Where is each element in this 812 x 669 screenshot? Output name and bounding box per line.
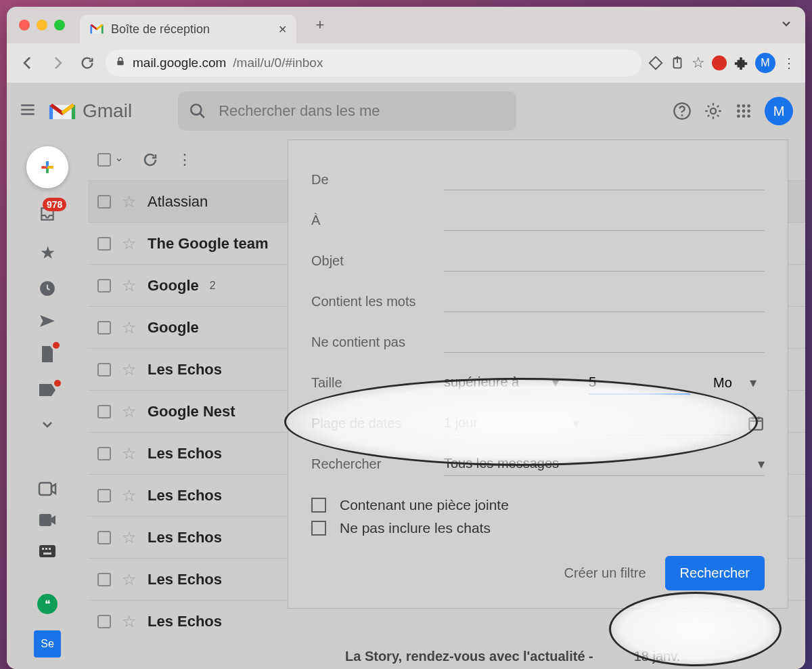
new-tab-button[interactable]: + — [310, 15, 330, 35]
size-unit-select[interactable]: Mo▾ — [713, 374, 757, 391]
share-icon[interactable] — [670, 56, 685, 70]
row-checkbox[interactable] — [97, 531, 111, 544]
size-operator-select[interactable]: supérieure à▾ — [444, 370, 559, 395]
close-window-icon[interactable] — [19, 20, 30, 30]
has-words-input[interactable] — [444, 290, 765, 312]
gmail-favicon — [89, 22, 104, 37]
drafts-icon[interactable] — [39, 345, 55, 366]
starred-icon[interactable]: ★ — [40, 242, 55, 263]
svg-point-4 — [681, 114, 683, 116]
se-button[interactable]: Se — [34, 630, 61, 657]
meet-video-icon[interactable] — [38, 513, 57, 527]
keyboard-icon[interactable] — [38, 544, 57, 559]
apps-icon[interactable] — [735, 102, 752, 120]
star-icon[interactable]: ☆ — [122, 444, 137, 463]
from-input[interactable] — [444, 169, 765, 190]
row-checkbox[interactable] — [97, 615, 111, 628]
star-icon[interactable]: ☆ — [122, 570, 137, 589]
row-checkbox[interactable] — [97, 195, 111, 209]
settings-icon[interactable] — [704, 102, 723, 121]
browser-menu-icon[interactable]: ⋮ — [782, 55, 796, 71]
url-bar[interactable]: mail.google.com/mail/u/0/#inbox — [106, 49, 641, 77]
star-icon[interactable]: ☆ — [122, 318, 137, 337]
bookmark-icon[interactable]: ☆ — [692, 54, 705, 72]
row-checkbox[interactable] — [97, 237, 111, 251]
to-input[interactable] — [444, 209, 765, 231]
minimize-window-icon[interactable] — [37, 20, 47, 30]
search-bar[interactable] — [178, 91, 516, 131]
meet-icon[interactable] — [38, 481, 57, 496]
browser-tab[interactable]: Boîte de réception ✕ — [80, 15, 296, 43]
browser-window: Boîte de réception ✕ + mail.google.com/m… — [7, 7, 805, 669]
date-value-input[interactable] — [606, 411, 731, 435]
account-avatar[interactable]: M — [765, 97, 793, 125]
gmail-logo[interactable]: Gmail — [49, 100, 132, 122]
labels-icon[interactable] — [38, 383, 57, 400]
calendar-icon[interactable] — [747, 414, 765, 432]
row-checkbox[interactable] — [97, 489, 111, 502]
star-icon[interactable]: ☆ — [122, 486, 137, 505]
search-button[interactable]: Rechercher — [665, 556, 765, 590]
main-menu-icon[interactable] — [19, 101, 37, 121]
search-input[interactable] — [219, 102, 505, 120]
row-checkbox[interactable] — [97, 279, 111, 293]
zoom-window-icon[interactable] — [54, 20, 65, 30]
row-checkbox[interactable] — [97, 321, 111, 334]
search-icon — [189, 102, 206, 120]
row-checkbox[interactable] — [97, 405, 111, 418]
row-checkbox[interactable] — [97, 573, 111, 586]
create-filter-link[interactable]: Créer un filtre — [564, 565, 646, 581]
chevron-down-icon — [115, 156, 123, 164]
compose-button[interactable] — [26, 146, 68, 188]
exclude-chats-checkbox[interactable] — [311, 521, 326, 536]
svg-point-5 — [710, 108, 716, 114]
peek-subject: La Story, rendez-vous avec l'actualité - — [345, 649, 593, 664]
star-icon[interactable]: ☆ — [122, 402, 137, 421]
row-checkbox[interactable] — [97, 363, 111, 376]
more-actions-icon[interactable]: ⋮ — [177, 151, 192, 169]
address-bar-row: mail.google.com/mail/u/0/#inbox ☆ M ⋮ — [7, 43, 805, 83]
star-icon[interactable]: ☆ — [122, 276, 137, 295]
select-all-checkbox[interactable] — [97, 153, 123, 167]
svg-point-11 — [747, 110, 750, 113]
reader-icon[interactable] — [648, 56, 663, 70]
gmail-app: Gmail M 978 — [7, 83, 805, 669]
subject-input[interactable] — [444, 250, 765, 272]
back-button[interactable] — [16, 51, 39, 74]
snoozed-icon[interactable] — [39, 280, 56, 297]
has-attachment-checkbox[interactable] — [311, 498, 326, 513]
star-icon[interactable]: ☆ — [122, 192, 137, 211]
ublock-icon[interactable] — [712, 56, 727, 70]
help-icon[interactable] — [673, 102, 692, 121]
svg-point-10 — [742, 110, 746, 113]
extensions-icon[interactable] — [734, 56, 748, 70]
close-tab-icon[interactable]: ✕ — [278, 23, 287, 36]
svg-rect-0 — [117, 61, 123, 66]
date-range-select[interactable]: 1 jour▾ — [444, 411, 579, 435]
search-in-select[interactable]: Tous les messages▾ — [444, 452, 765, 476]
more-icon[interactable] — [39, 416, 55, 433]
reload-button[interactable] — [76, 51, 99, 74]
exclude-chats-label: Ne pas inclure les chats — [340, 520, 491, 536]
refresh-icon[interactable] — [142, 152, 158, 168]
forward-button[interactable] — [46, 51, 69, 74]
sender-label: Les Echos — [148, 571, 222, 588]
svg-point-13 — [742, 114, 746, 118]
svg-point-12 — [737, 114, 740, 118]
from-label: De — [311, 172, 437, 188]
not-has-input[interactable] — [444, 331, 765, 353]
profile-avatar[interactable]: M — [755, 53, 775, 73]
star-icon[interactable]: ☆ — [122, 234, 137, 253]
sidebar-inbox[interactable]: 978 — [39, 204, 56, 226]
star-icon[interactable]: ☆ — [122, 360, 137, 379]
sent-icon[interactable] — [38, 314, 57, 328]
star-icon[interactable]: ☆ — [122, 528, 137, 547]
row-checkbox[interactable] — [97, 447, 111, 460]
plus-icon — [37, 157, 58, 177]
size-value-input[interactable]: 5 — [589, 370, 690, 395]
sender-label: Les Echos — [148, 445, 222, 462]
hangouts-icon[interactable]: ❝ — [37, 594, 58, 614]
svg-point-14 — [747, 114, 750, 118]
star-icon[interactable]: ☆ — [122, 612, 137, 631]
tabs-menu-icon[interactable] — [780, 17, 793, 33]
